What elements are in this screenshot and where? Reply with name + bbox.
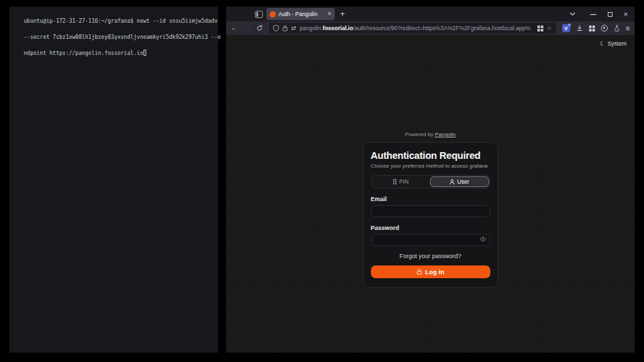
firefox-view-icon[interactable] — [255, 11, 263, 18]
extensions-icon[interactable] — [589, 25, 595, 32]
pangolin-link[interactable]: Pangolin — [435, 131, 455, 137]
email-label: Email — [371, 196, 490, 202]
browser-window: Auth - Pangolin × + – × ← → — [226, 7, 635, 353]
back-button[interactable]: ← — [231, 25, 237, 32]
tracking-protection-shield-icon[interactable] — [273, 25, 279, 32]
terminal-line: ubuntu@ip-172-31-27-116:~/grafana$ newt … — [23, 18, 217, 24]
page-content: ☾ System Powered by Pangolin Authenticat… — [226, 35, 635, 353]
page-action-grid-icon[interactable] — [537, 25, 543, 32]
tab-auth-pangolin[interactable]: Auth - Pangolin × — [266, 8, 335, 20]
padlock-icon[interactable] — [282, 25, 288, 32]
theme-toggle[interactable]: ☾ System — [600, 40, 627, 47]
show-password-eye-icon[interactable] — [480, 237, 486, 241]
powered-by: Powered by Pangolin — [226, 131, 635, 137]
url-bar[interactable]: ⇄ pangolin.fossorial.io/auth/resource/90… — [269, 23, 556, 34]
tab-close-icon[interactable]: × — [327, 11, 331, 17]
bookmark-star-icon[interactable]: ☆ — [547, 25, 552, 32]
auth-card: Authentication Required Choose your pref… — [363, 142, 498, 288]
tab-bar: Auth - Pangolin × + – × — [226, 7, 635, 21]
auth-method-tabs: PIN User — [371, 175, 490, 188]
forgot-password-link[interactable]: Forgot your password? — [371, 253, 490, 259]
window-close-button[interactable]: × — [624, 10, 628, 18]
lock-icon — [417, 269, 422, 275]
login-button[interactable]: Log in — [371, 265, 490, 278]
downloads-icon[interactable] — [576, 25, 583, 32]
auth-section: Powered by Pangolin Authentication Requi… — [226, 131, 635, 288]
terminal-line: ndpoint https://pangolin.fossorial.io — [23, 50, 143, 56]
moon-icon: ☾ — [600, 40, 605, 47]
desktop: ubuntu@ip-172-31-27-116:~/grafana$ newt … — [0, 0, 644, 362]
extension-v-icon[interactable]: V — [562, 24, 570, 32]
window-minimize-button[interactable]: – — [590, 8, 596, 20]
forward-button[interactable]: → — [244, 25, 250, 32]
keypad-icon — [393, 179, 396, 184]
card-title: Authentication Required — [371, 150, 490, 161]
tab-list-chevron-icon[interactable] — [570, 12, 576, 16]
theme-label: System — [608, 40, 627, 47]
new-tab-button[interactable]: + — [340, 9, 345, 19]
url-text: pangolin.fossorial.io/auth/resource/90?r… — [300, 25, 534, 32]
redirect-exchange-icon[interactable]: ⇄ — [291, 25, 297, 32]
tab-title: Auth - Pangolin — [278, 11, 325, 17]
tab-pin[interactable]: PIN — [372, 176, 430, 187]
user-icon — [449, 179, 455, 185]
terminal-line: --secret 7cbz1xw08lh1jbzey03yxvndljvneam… — [23, 34, 221, 40]
window-maximize-button[interactable] — [608, 12, 612, 17]
extension-ring-icon[interactable] — [601, 25, 608, 32]
flask-extension-icon[interactable] — [614, 25, 620, 32]
navigation-toolbar: ← → ⇄ pangolin.fossorial.io/auth/resourc… — [226, 21, 635, 35]
terminal-window[interactable]: ubuntu@ip-172-31-27-116:~/grafana$ newt … — [9, 7, 218, 353]
password-field[interactable] — [371, 234, 490, 246]
reload-button[interactable] — [256, 25, 263, 32]
tab-user[interactable]: User — [430, 176, 489, 187]
pangolin-favicon-icon — [270, 11, 276, 17]
terminal-cursor — [144, 50, 146, 56]
menu-icon[interactable]: ≡ — [626, 24, 630, 32]
login-button-label: Log in — [425, 268, 445, 276]
email-field[interactable] — [371, 205, 490, 217]
password-label: Password — [371, 225, 490, 231]
card-subtitle: Choose your preferred method to access g… — [371, 163, 490, 169]
